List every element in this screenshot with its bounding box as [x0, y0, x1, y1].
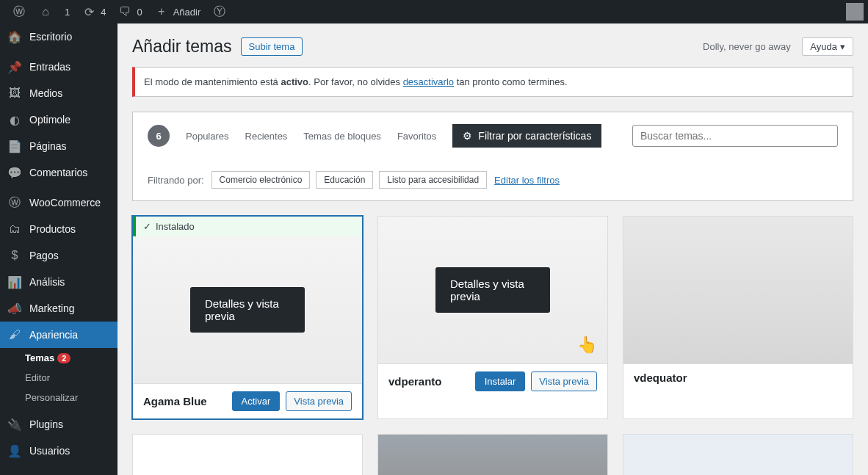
avatar[interactable] — [846, 3, 864, 21]
pin-icon: 📌 — [7, 59, 22, 74]
details-preview-button[interactable]: Detalles y vista previa — [435, 267, 550, 313]
menu-woocommerce[interactable]: ⓦWooCommerce — [0, 189, 117, 216]
yoast-link[interactable]: Ⓨ — [206, 0, 233, 23]
theme-name: vdperanto — [388, 375, 442, 388]
comm-icon: 💬 — [7, 165, 22, 180]
theme-card[interactable] — [377, 434, 608, 475]
submenu-personalizar[interactable]: Personalizar — [0, 388, 117, 407]
admin-bar: ⓦ ⌂ 1 ⟳4 🗨0 +Añadir Ⓨ — [0, 0, 868, 23]
plug-icon: 🔌 — [7, 417, 22, 432]
theme-card[interactable]: ✓ InstaladoDetalles y vista previaAgama … — [132, 216, 363, 419]
menu-escritorio[interactable]: 🏠Escritorio — [0, 23, 117, 50]
home-link[interactable]: ⌂ — [32, 0, 59, 23]
wordpress-icon: ⓦ — [12, 4, 26, 19]
menu-marketing[interactable]: 📣Marketing — [0, 295, 117, 322]
new-content[interactable]: +Añadir — [148, 0, 207, 23]
menu-análisis[interactable]: 📊Análisis — [0, 269, 117, 295]
theme-activar-button[interactable]: Activar — [232, 391, 281, 411]
filter-tab-populares[interactable]: Populares — [186, 131, 229, 142]
menu-apariencia[interactable]: 🖌Apariencia — [0, 322, 117, 348]
theme-vista-previa-button[interactable]: Vista previa — [531, 371, 597, 391]
plus-icon: + — [154, 4, 169, 19]
filter-tag[interactable]: Listo para accesibilidad — [379, 171, 487, 189]
submenu-editor[interactable]: Editor — [0, 368, 117, 388]
theme-card[interactable]: Detalles y vista previa👆vdperantoInstala… — [377, 216, 608, 419]
main-content: Añadir temas Subir tema Dolly, never go … — [117, 23, 868, 475]
filter-tab-temas-de-bloques[interactable]: Temas de bloques — [303, 131, 381, 142]
updates-link[interactable]: ⟳4 — [76, 0, 112, 23]
check-icon: ✓ — [143, 221, 151, 232]
filter-tab-favoritos[interactable]: Favoritos — [397, 131, 436, 142]
pay-icon: $ — [7, 248, 22, 263]
menu-entradas[interactable]: 📌Entradas — [0, 54, 117, 80]
menu-optimole[interactable]: ◐Optimole — [0, 106, 117, 133]
appear-icon: 🖌 — [7, 327, 22, 342]
filter-count: 6 — [148, 125, 170, 147]
wp-logo[interactable]: ⓦ — [6, 0, 32, 23]
help-tab[interactable]: Ayuda▾ — [802, 37, 853, 56]
update-badge: 2 — [57, 353, 70, 363]
search-input[interactable] — [632, 125, 838, 147]
installed-ribbon: ✓ Instalado — [133, 217, 362, 236]
comment-icon: 🗨 — [117, 4, 132, 19]
theme-card[interactable]: vdequator — [623, 216, 853, 419]
filter-tag[interactable]: Comercio electrónico — [211, 171, 311, 189]
edit-filters-link[interactable]: Editar los filtros — [494, 175, 560, 186]
site-switch[interactable]: 1 — [59, 0, 76, 23]
page-icon: 📄 — [7, 139, 22, 153]
deactivate-maintenance-link[interactable]: desactivarlo — [403, 76, 454, 87]
cursor-icon: 👆 — [577, 336, 597, 355]
menu-pagos[interactable]: $Pagos — [0, 242, 117, 269]
theme-vista-previa-button[interactable]: Vista previa — [286, 391, 352, 411]
menu-medios[interactable]: 🖼Medios — [0, 80, 117, 106]
filter-tab-recientes[interactable]: Recientes — [245, 131, 288, 142]
menu-comentarios[interactable]: 💬Comentarios — [0, 159, 117, 186]
woo-icon: ⓦ — [7, 195, 22, 210]
prod-icon: 🗂 — [7, 222, 22, 236]
menu-usuarios[interactable]: 👤Usuarios — [0, 438, 117, 464]
media-icon: 🖼 — [7, 86, 22, 101]
opt-icon: ◐ — [7, 112, 22, 127]
theme-card[interactable] — [623, 434, 853, 475]
submenu-temas[interactable]: Temas2 — [0, 348, 117, 368]
menu-plugins[interactable]: 🔌Plugins — [0, 411, 117, 438]
upload-theme-button[interactable]: Subir tema — [241, 37, 303, 56]
hello-dolly: Dolly, never go away — [703, 41, 791, 52]
page-title: Añadir temas — [132, 37, 232, 57]
dash-icon: 🏠 — [7, 29, 22, 44]
anal-icon: 📊 — [7, 275, 22, 289]
maintenance-notice: El modo de mantenimiento está activo. Po… — [132, 67, 853, 97]
theme-card[interactable] — [132, 434, 363, 475]
theme-name: Agama Blue — [143, 395, 207, 407]
mkt-icon: 📣 — [7, 301, 22, 316]
yoast-icon: Ⓨ — [212, 4, 227, 19]
menu-productos[interactable]: 🗂Productos — [0, 216, 117, 242]
user-icon: 👤 — [7, 443, 22, 458]
menu-páginas[interactable]: 📄Páginas — [0, 133, 117, 159]
theme-instalar-button[interactable]: Instalar — [475, 371, 526, 391]
admin-menu: 🏠Escritorio📌Entradas🖼Medios◐Optimole📄Pág… — [0, 23, 117, 475]
filter-bar: 6 PopularesRecientesTemas de bloquesFavo… — [132, 112, 853, 201]
comments-link[interactable]: 🗨0 — [112, 0, 148, 23]
refresh-icon: ⟳ — [82, 4, 96, 19]
details-preview-button[interactable]: Detalles y vista previa — [190, 287, 305, 333]
filtering-by-label: Filtrando por: — [148, 175, 204, 186]
filter-tag[interactable]: Educación — [316, 171, 373, 189]
chevron-down-icon: ▾ — [840, 41, 845, 52]
gear-icon: ⚙ — [463, 130, 472, 142]
home-icon: ⌂ — [38, 4, 53, 19]
theme-name: vdequator — [634, 371, 687, 384]
feature-filter-button[interactable]: ⚙ Filtrar por características — [452, 124, 601, 148]
